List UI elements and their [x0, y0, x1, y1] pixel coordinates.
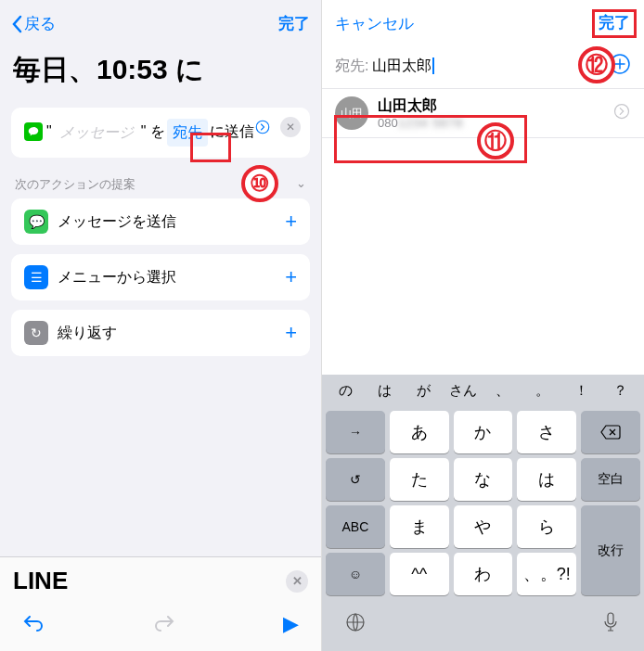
- recipient-label: 宛先:: [335, 57, 368, 76]
- suggestion-label: メッセージを送信: [58, 212, 176, 232]
- key-backspace[interactable]: [581, 411, 640, 453]
- key-wa[interactable]: わ: [454, 553, 513, 595]
- recipient-field[interactable]: 宛先: 山田太郎: [322, 44, 644, 89]
- key-globe[interactable]: [326, 601, 385, 644]
- quote-open: ": [46, 119, 52, 145]
- spacer: [390, 601, 576, 644]
- suggestion-repeat[interactable]: ↻ 繰り返す +: [11, 310, 310, 356]
- tail-text: に送信: [210, 119, 254, 145]
- key-ta[interactable]: た: [390, 458, 449, 501]
- key-punct[interactable]: 、。?!: [517, 553, 576, 595]
- plus-icon[interactable]: +: [285, 210, 297, 234]
- detail-arrow-icon[interactable]: [254, 119, 271, 135]
- key-na[interactable]: な: [454, 458, 513, 501]
- prediction[interactable]: の: [326, 382, 365, 400]
- contact-row[interactable]: 山田 山田太郎 0801234 5678: [322, 89, 644, 138]
- plus-icon[interactable]: +: [285, 321, 297, 345]
- key-ya[interactable]: や: [454, 505, 513, 548]
- suggestion-choose-menu[interactable]: ☰ メニューから選択 +: [11, 254, 310, 300]
- key-a[interactable]: あ: [390, 411, 449, 453]
- automation-title: 毎日、10:53 に: [0, 44, 321, 108]
- key-undo[interactable]: ↺: [326, 458, 385, 501]
- action-card[interactable]: " メッセージ " を 宛先 に送信 ✕: [11, 108, 310, 158]
- cancel-button[interactable]: キャンセル: [335, 13, 414, 34]
- chevron-right-icon[interactable]: [612, 102, 631, 124]
- key-emoji[interactable]: ☺: [326, 553, 385, 595]
- key-ka[interactable]: か: [454, 411, 513, 453]
- toolbar: ▶: [0, 605, 321, 651]
- undo-button[interactable]: [22, 613, 45, 635]
- prediction[interactable]: 。: [522, 382, 561, 400]
- svg-rect-4: [608, 613, 613, 624]
- keyboard-grid: → あ か さ ↺ た な は 空白 ABC ま や ら 改行 ☺ ^^ わ 、…: [322, 407, 644, 601]
- suggestion-label: 繰り返す: [58, 324, 117, 343]
- shortcuts-editor-screen: 戻る 完了 毎日、10:53 に " メッセージ " を 宛先 に送信 ✕ 次の…: [0, 0, 322, 651]
- menu-icon: ☰: [24, 265, 48, 289]
- quote-mid: " を: [141, 119, 165, 145]
- nav-bar: 戻る 完了: [0, 0, 321, 44]
- avatar: 山田: [335, 96, 368, 130]
- message-icon: 💬: [24, 210, 48, 234]
- globe-icon: [344, 611, 367, 633]
- chevron-left-icon: [11, 15, 22, 33]
- done-button[interactable]: 完了: [278, 13, 310, 34]
- key-ma[interactable]: ま: [390, 505, 449, 548]
- repeat-icon: ↻: [24, 321, 48, 345]
- search-row[interactable]: LINE ✕: [0, 557, 321, 605]
- prediction[interactable]: ？: [601, 382, 640, 400]
- contact-name: 山田太郎: [378, 96, 463, 116]
- prediction-bar: の は が さん 、 。 ！ ？: [322, 375, 644, 407]
- contact-picker-screen: キャンセル 完了 宛先: 山田太郎 山田 山田太郎 0801234 5678 ⑪…: [322, 0, 644, 651]
- key-sa[interactable]: さ: [517, 411, 576, 453]
- prediction[interactable]: は: [365, 382, 404, 400]
- recipient-value: 山田太郎: [372, 57, 609, 76]
- key-abc[interactable]: ABC: [326, 505, 385, 548]
- back-button[interactable]: 戻る: [11, 13, 56, 34]
- recipient-token[interactable]: 宛先: [167, 119, 208, 147]
- keyboard-bottom: [322, 601, 644, 651]
- line-app-icon: [24, 122, 43, 141]
- prediction[interactable]: 、: [483, 382, 522, 400]
- add-contact-button[interactable]: [609, 53, 631, 79]
- plus-icon[interactable]: +: [285, 265, 297, 289]
- search-text: LINE: [13, 567, 68, 595]
- message-token[interactable]: メッセージ: [54, 119, 139, 147]
- clear-search-icon[interactable]: ✕: [286, 570, 308, 593]
- key-kaomoji[interactable]: ^^: [390, 553, 449, 595]
- prediction[interactable]: が: [405, 382, 444, 400]
- mic-icon: [601, 611, 620, 633]
- clear-action-icon[interactable]: ✕: [280, 117, 301, 137]
- suggestion-send-message[interactable]: 💬 メッセージを送信 +: [11, 198, 310, 245]
- redo-button: [153, 613, 175, 635]
- key-ha[interactable]: は: [517, 458, 576, 501]
- chevron-down-icon[interactable]: ⌄: [296, 176, 306, 193]
- key-ra[interactable]: ら: [517, 505, 576, 548]
- nav-bar: キャンセル 完了: [322, 0, 644, 44]
- prediction[interactable]: さん: [444, 382, 483, 400]
- contact-info: 山田太郎 0801234 5678: [378, 96, 463, 130]
- key-space[interactable]: 空白: [581, 458, 640, 501]
- keyboard: の は が さん 、 。 ！ ？ → あ か さ ↺ た な は 空白 ABC …: [322, 375, 644, 651]
- prediction[interactable]: ！: [561, 382, 600, 400]
- key-next[interactable]: →: [326, 411, 385, 453]
- backspace-icon: [599, 424, 622, 440]
- svg-point-0: [256, 121, 269, 134]
- contact-phone: 0801234 5678: [378, 116, 463, 130]
- suggestions-header-label: 次のアクションの提案: [15, 176, 135, 193]
- bottom-bar: LINE ✕ ▶: [0, 556, 321, 651]
- done-button[interactable]: 完了: [592, 9, 637, 38]
- suggestion-label: メニューから選択: [58, 268, 176, 287]
- back-label: 戻る: [24, 13, 56, 34]
- key-return[interactable]: 改行: [581, 505, 640, 595]
- svg-point-2: [615, 105, 629, 119]
- key-mic[interactable]: [581, 601, 640, 644]
- suggestions-header: 次のアクションの提案 ⌄: [0, 167, 321, 198]
- play-button[interactable]: ▶: [283, 612, 299, 636]
